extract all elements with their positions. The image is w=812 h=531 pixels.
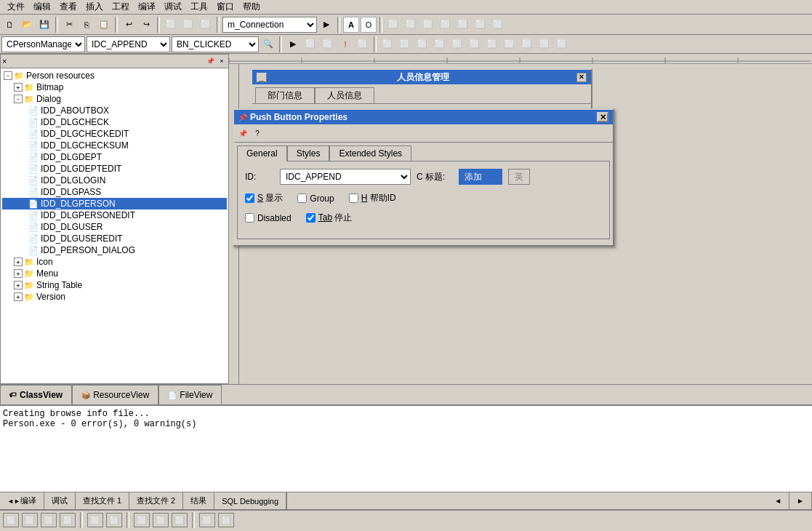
tree-root[interactable]: - 📁 Person resources [2,70,227,81]
tab-dept-info[interactable]: 部门信息 [255,87,315,103]
format-a[interactable]: A [343,17,359,33]
btn-extra2[interactable]: ⬜ [403,17,419,33]
filter-icon[interactable]: 🔍 [260,36,276,52]
checkbox-show[interactable] [245,193,254,203]
menu-insert[interactable]: 插入 [81,0,108,14]
open-button[interactable]: 📂 [19,17,35,33]
output-tab-result[interactable]: 结果 [183,492,214,509]
person-mgmt-titlebar[interactable]: _ 人员信息管理 ✕ [252,70,591,84]
btn-extra5[interactable]: ⬜ [455,17,471,33]
menu-debug[interactable]: 调试 [160,0,186,14]
output-tab-find2[interactable]: 查找文件 2 [129,492,183,509]
status-btn-4[interactable]: ⬜ [60,513,76,527]
paste-button[interactable]: 📋 [96,17,112,33]
menu-file[interactable]: 文件 [3,0,29,14]
btn-extra4[interactable]: ⬜ [438,17,454,33]
menu-project[interactable]: 工程 [108,0,134,14]
menu-tools[interactable]: 工具 [186,0,212,14]
save-button[interactable]: 💾 [36,17,52,33]
nav-btn4[interactable]: ⬜ [355,36,371,52]
expand-icon[interactable]: + [14,257,23,266]
scroll-left-tab[interactable]: ◄ [767,492,789,509]
tree-menu[interactable]: + 📁 Menu [2,268,227,279]
checkbox-disabled[interactable] [245,213,254,223]
format-o[interactable]: O [361,17,377,33]
tree-idd-dlgchecksum[interactable]: 📄IDD_DLGCHECKSUM [2,140,227,151]
tree-idd-dlgpass[interactable]: 📄IDD_DLGPASS [2,186,227,198]
props-help-btn[interactable]: ? [251,127,264,140]
tree-idd-dlglogin[interactable]: 📄IDD_DLGLOGIN [2,175,227,186]
redo-button[interactable]: ↪ [138,17,154,33]
btn-extra3[interactable]: ⬜ [420,17,436,33]
tree-idd-dlguseredit[interactable]: 📄IDD_DLGUSEREDIT [2,233,227,244]
tab-classview[interactable]: 🏷 ClassView [0,385,72,404]
checkbox-helpid[interactable] [349,193,358,203]
nav-btn15[interactable]: ⬜ [554,36,570,52]
func-combo[interactable]: IDC_APPEND [87,36,170,52]
tab-resourceview[interactable]: 📦 ResourceView [72,385,158,404]
props-pin-btn[interactable]: 📌 [236,127,249,140]
nav-btn9[interactable]: ⬜ [449,36,465,52]
expand-string[interactable]: + [14,281,23,290]
person-mgmt-close[interactable]: ✕ [576,73,587,82]
props-tab-general[interactable]: General [237,145,287,161]
nav-btn2[interactable]: ⬜ [302,36,318,52]
props-titlebar[interactable]: 📌 Push Button Properties ✕ [234,110,613,124]
menu-help[interactable]: 帮助 [238,0,265,14]
tab-fileview[interactable]: 📄 FileView [158,385,222,404]
tree-string-table[interactable]: + 📁 String Table [2,279,227,291]
nav-btn10[interactable]: ⬜ [467,36,483,52]
scroll-right-tab[interactable]: ► [789,492,812,509]
btn-c[interactable]: ⬜ [198,17,214,33]
status-btn-7[interactable]: ⬜ [134,513,150,527]
pin-btn[interactable]: 📌 [205,56,215,66]
tree-dialog[interactable]: - 📁 Dialog [2,93,227,105]
output-tab-compile[interactable]: ◄ ► 编译 [0,492,44,509]
btn-b[interactable]: ⬜ [180,17,196,33]
nav-btn12[interactable]: ⬜ [502,36,518,52]
person-mgmt-minimize[interactable]: _ [257,73,267,82]
status-btn-11[interactable]: ⬜ [218,513,234,527]
btn-extra6[interactable]: ⬜ [473,17,489,33]
props-helper-btn[interactable]: 英 [508,169,530,185]
tree-version[interactable]: + 📁 Version [2,291,227,303]
nav-btn11[interactable]: ⬜ [484,36,500,52]
tree-idd-dlgcheckedit[interactable]: 📄IDD_DLGCHECKEDIT [2,128,227,140]
nav-btn1[interactable]: ▶ [285,36,301,52]
props-tab-extended[interactable]: Extended Styles [329,145,411,161]
expand-bitmap[interactable]: + [14,83,23,92]
expand-dialog[interactable]: - [14,95,23,103]
output-tab-debug[interactable]: 调试 [44,492,76,509]
menu-view[interactable]: 查看 [55,0,81,14]
tree-bitmap[interactable]: + 📁 Bitmap [2,81,227,93]
tab-person-info[interactable]: 人员信息 [315,87,374,103]
menu-edit[interactable]: 编辑 [29,0,55,14]
btn-extra7[interactable]: ⬜ [490,17,506,33]
nav-btn7[interactable]: ⬜ [414,36,430,52]
tree-idd-aboutbox[interactable]: 📄IDD_ABOUTBOX [2,105,227,116]
expand-menu[interactable]: + [14,269,23,278]
undo-button[interactable]: ↩ [121,17,137,33]
props-tab-styles[interactable]: Styles [287,145,330,161]
status-btn-3[interactable]: ⬜ [41,513,57,527]
props-close-btn[interactable]: ✕ [597,112,608,122]
tree-icon[interactable]: + 📁 Icon [2,256,227,268]
btn-a[interactable]: ⬜ [163,17,179,33]
tree-idd-dlgperson[interactable]: 📄IDD_DLGPERSON [2,198,227,209]
nav-btn3[interactable]: ⬜ [320,36,336,52]
status-btn-5[interactable]: ⬜ [87,513,103,527]
status-btn-2[interactable]: ⬜ [22,513,38,527]
tree-idd-dlgpersonedit[interactable]: 📄IDD_DLGPERSONEDIT [2,209,227,221]
new-button[interactable]: 🗋 [1,17,17,33]
tree-idd-dlgcheck[interactable]: 📄IDD_DLGCHECK [2,116,227,128]
output-tab-sql[interactable]: SQL Debugging [214,492,286,509]
props-caption-input[interactable] [459,169,502,185]
expand-root[interactable]: - [4,71,12,80]
nav-btn5[interactable]: ⬜ [379,36,395,52]
go-button[interactable]: ▶ [318,17,334,33]
status-btn-8[interactable]: ⬜ [153,513,169,527]
nav-btn8[interactable]: ⬜ [432,36,448,52]
checkbox-tabstop[interactable] [306,213,315,223]
copy-button[interactable]: ⎘ [79,17,95,33]
nav-btn6[interactable]: ⬜ [397,36,413,52]
